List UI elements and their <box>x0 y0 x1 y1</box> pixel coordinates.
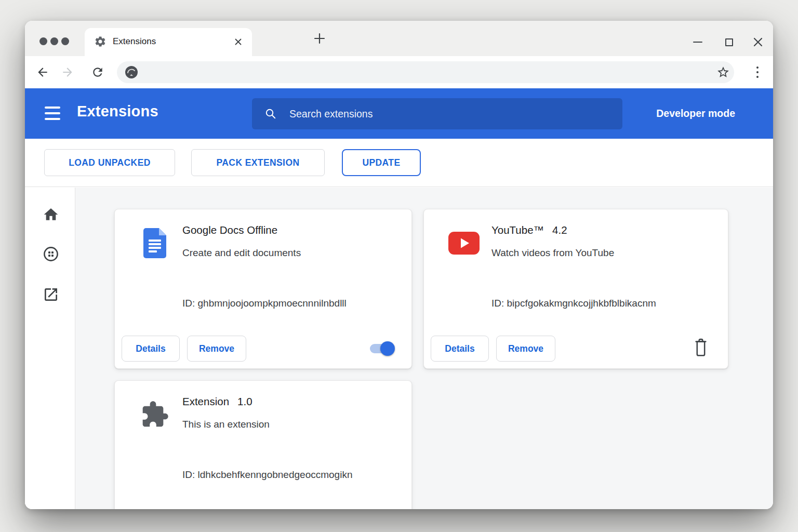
address-bar-input[interactable] <box>144 61 700 83</box>
update-button[interactable]: UPDATE <box>342 149 421 176</box>
new-tab-button[interactable] <box>311 30 328 47</box>
extensions-content: Google Docs Offline Create and edit docu… <box>25 188 773 509</box>
search-input[interactable] <box>289 98 611 129</box>
extension-name: Extension1.0 <box>182 395 252 408</box>
developer-mode-label[interactable]: Developer mode <box>656 88 735 139</box>
tab-close-icon[interactable] <box>232 36 244 47</box>
bookmark-star-icon[interactable] <box>716 65 730 79</box>
search-box[interactable] <box>252 98 622 129</box>
extension-description: Create and edit documents <box>182 247 301 259</box>
desktop-background: Extensions <box>0 0 798 532</box>
remove-button[interactable]: Remove <box>187 336 246 362</box>
traffic-light-minimize-icon[interactable] <box>50 37 58 45</box>
extension-id: ID: ldhkcbehfkenngobnedgeoccmogikn <box>182 469 352 481</box>
puzzle-icon <box>138 397 172 432</box>
browser-menu-kebab-icon[interactable] <box>754 65 761 79</box>
extension-id: ID: bipcfgokakmgnkcojjhkbfblbikacnm <box>491 298 656 309</box>
maximize-button[interactable] <box>720 33 738 51</box>
extension-card-youtube: YouTube™4.2 Watch videos from YouTube ID… <box>423 209 728 369</box>
enable-toggle-on[interactable] <box>369 341 395 356</box>
minimize-button[interactable] <box>689 33 707 51</box>
remove-button[interactable]: Remove <box>496 336 555 362</box>
extensions-header: Extensions Developer mode <box>25 88 773 139</box>
back-button[interactable] <box>34 64 51 81</box>
close-window-button[interactable] <box>749 33 767 51</box>
reload-button[interactable] <box>89 64 106 81</box>
hamburger-menu-icon[interactable] <box>45 107 60 120</box>
browser-toolbar <box>25 56 773 88</box>
browser-tab-extensions[interactable]: Extensions <box>85 28 252 56</box>
apps-circle-icon[interactable] <box>43 246 59 262</box>
extensions-action-bar: LOAD UNPACKED PACK EXTENSION UPDATE <box>25 139 773 187</box>
extension-name: Google Docs Offline <box>182 224 286 236</box>
extension-description: This is an extension <box>182 419 270 430</box>
settings-gear-icon <box>94 35 107 48</box>
google-docs-icon <box>138 226 172 260</box>
page-title: Extensions <box>77 103 158 120</box>
extension-card-extension: Extension1.0 This is an extension ID: ld… <box>114 380 412 509</box>
youtube-icon <box>447 226 481 260</box>
extension-id: ID: ghbmnjoojoompkpmoecnnnilnbdlll <box>182 298 347 309</box>
home-icon[interactable] <box>43 206 59 223</box>
extension-version: 4.2 <box>552 224 567 236</box>
extension-version: 1.0 <box>237 395 252 407</box>
address-bar[interactable] <box>117 61 734 83</box>
trash-icon[interactable] <box>693 338 709 357</box>
load-unpacked-button[interactable]: LOAD UNPACKED <box>44 149 175 176</box>
forward-button[interactable] <box>59 64 76 81</box>
details-button[interactable]: Details <box>431 336 489 362</box>
side-navigation <box>25 188 75 509</box>
extension-card-google-docs-offline: Google Docs Offline Create and edit docu… <box>114 209 412 369</box>
site-favicon-icon <box>125 65 138 79</box>
details-button[interactable]: Details <box>122 336 180 362</box>
extension-description: Watch videos from YouTube <box>491 247 614 259</box>
extension-name: YouTube™4.2 <box>491 224 567 236</box>
traffic-light-zoom-icon[interactable] <box>61 37 69 45</box>
tab-title: Extensions <box>113 28 156 55</box>
open-in-new-icon[interactable] <box>43 286 59 303</box>
search-icon <box>264 108 277 120</box>
traffic-light-close-icon[interactable] <box>39 37 47 45</box>
browser-window: Extensions <box>25 21 773 509</box>
pack-extension-button[interactable]: PACK EXTENSION <box>191 149 325 176</box>
window-titlebar: Extensions <box>25 21 773 56</box>
